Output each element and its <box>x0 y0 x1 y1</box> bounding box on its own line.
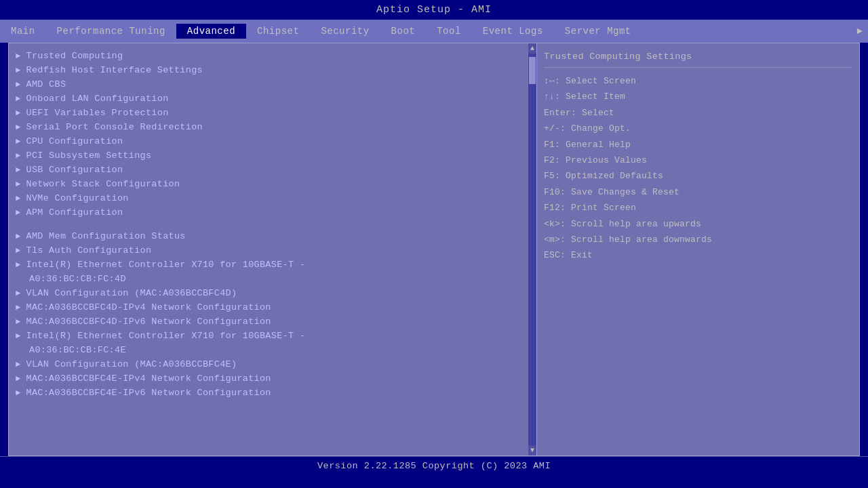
entry-arrow-icon: ► <box>16 317 21 327</box>
menu-item-security[interactable]: Security <box>310 24 380 39</box>
list-item[interactable]: ►Intel(R) Ethernet Controller X710 for 1… <box>9 329 528 343</box>
entry-label: Onboard LAN Configuration <box>26 94 169 104</box>
list-item[interactable]: ►VLAN Configuration (MAC:A036BCCBFC4E) <box>9 357 528 371</box>
list-item[interactable]: ►NVMe Configuration <box>9 191 528 205</box>
menu-more-arrow: ► <box>857 26 868 37</box>
entry-arrow-icon: ► <box>16 360 21 369</box>
list-item[interactable]: ►CPU Configuration <box>9 134 528 148</box>
menu-item-event-logs[interactable]: Event Logs <box>472 24 554 39</box>
menu-item-chipset[interactable]: Chipset <box>246 24 310 39</box>
help-entry: <k>: Scroll help area upwards <box>544 216 852 232</box>
right-divider <box>544 67 852 68</box>
list-item[interactable]: ►APM Configuration <box>9 205 528 220</box>
entry-arrow-icon: ► <box>16 52 21 61</box>
entry-label: Serial Port Console Redirection <box>26 122 203 132</box>
entry-arrow-icon: ► <box>16 151 21 161</box>
entry-arrow-icon: ► <box>16 303 21 312</box>
footer-text: Version 2.22.1285 Copyright (C) 2023 AMI <box>317 461 551 471</box>
entry-label: CPU Configuration <box>26 136 123 146</box>
help-entry: F5: Optimized Defaults <box>544 168 852 184</box>
entry-arrow-icon: ► <box>16 80 21 89</box>
help-entry: F10: Save Changes & Reset <box>544 184 852 200</box>
left-panel: ►Trusted Computing►Redfish Host Interfac… <box>8 43 537 456</box>
help-entry: <m>: Scroll help area downwards <box>544 232 852 247</box>
entry-label: NVMe Configuration <box>26 193 129 203</box>
list-item[interactable]: ►MAC:A036BCCBFC4D-IPv4 Network Configura… <box>9 300 528 314</box>
entry-arrow-icon: ► <box>16 260 21 270</box>
entry-arrow-icon: ► <box>16 232 21 241</box>
entry-label: VLAN Configuration (MAC:A036BCCBFC4D) <box>26 288 237 298</box>
menu-item-tool[interactable]: Tool <box>426 24 472 39</box>
entry-arrow-icon: ► <box>16 123 21 132</box>
list-item[interactable]: A0:36:BC:CB:FC:4D <box>9 272 528 286</box>
scroll-track <box>528 54 536 445</box>
scroll-down-arrow[interactable]: ▼ <box>529 445 536 455</box>
list-item[interactable]: ►USB Configuration <box>9 163 528 177</box>
entry-arrow-icon: ► <box>16 246 21 256</box>
entry-label: A0:36:BC:CB:FC:4E <box>29 345 126 355</box>
entry-label: Tls Auth Configuration <box>26 245 152 256</box>
entry-arrow-icon: ► <box>16 180 21 189</box>
list-item[interactable]: ►MAC:A036BCCBFC4E-IPv4 Network Configura… <box>9 371 528 386</box>
list-item[interactable]: ►PCI Subsystem Settings <box>9 148 528 163</box>
main-content: ►Trusted Computing►Redfish Host Interfac… <box>8 43 860 456</box>
list-item[interactable]: ►Network Stack Configuration <box>9 177 528 191</box>
entry-arrow-icon: ► <box>16 194 21 203</box>
scroll-thumb <box>529 57 536 84</box>
entry-label: MAC:A036BCCBFC4D-IPv6 Network Configurat… <box>26 317 271 327</box>
list-item[interactable]: ►Onboard LAN Configuration <box>9 92 528 106</box>
menu-item-main[interactable]: Main <box>0 24 46 39</box>
list-item[interactable]: A0:36:BC:CB:FC:4E <box>9 343 528 357</box>
app-title: Aptio Setup - AMI <box>376 4 492 16</box>
entry-arrow-icon: ► <box>16 66 21 75</box>
list-item[interactable]: ►Tls Auth Configuration <box>9 243 528 258</box>
entry-arrow-icon: ► <box>16 108 21 118</box>
entry-label: Trusted Computing <box>26 51 123 61</box>
help-entry: ↕↔: Select Screen <box>544 73 852 89</box>
help-entry: Enter: Select <box>544 105 852 121</box>
entry-arrow-icon: ► <box>16 331 21 341</box>
entry-arrow-icon: ► <box>16 208 21 218</box>
entry-label: A0:36:BC:CB:FC:4D <box>29 274 126 284</box>
list-item[interactable]: ►Trusted Computing <box>9 49 528 63</box>
entries-container: ►Trusted Computing►Redfish Host Interfac… <box>9 43 528 405</box>
scroll-up-arrow[interactable]: ▲ <box>529 43 536 54</box>
entry-label: APM Configuration <box>26 207 123 218</box>
entry-label: Intel(R) Ethernet Controller X710 for 10… <box>26 331 306 341</box>
right-panel-title: Trusted Computing Settings <box>544 52 852 62</box>
list-item[interactable]: ►AMD CBS <box>9 77 528 92</box>
title-bar: Aptio Setup - AMI <box>0 0 868 20</box>
menu-item-performance-tuning[interactable]: Performance Tuning <box>46 24 176 39</box>
entry-label: UEFI Variables Protection <box>26 108 169 118</box>
help-entry: F1: General Help <box>544 137 852 152</box>
list-item[interactable]: ►MAC:A036BCCBFC4E-IPv6 Network Configura… <box>9 386 528 400</box>
entry-arrow-icon: ► <box>16 94 21 104</box>
entry-label: AMD CBS <box>26 79 66 89</box>
entry-label: VLAN Configuration (MAC:A036BCCBFC4E) <box>26 359 237 369</box>
list-item[interactable]: ►VLAN Configuration (MAC:A036BCCBFC4D) <box>9 286 528 300</box>
list-item[interactable]: ►AMD Mem Configuration Status <box>9 229 528 243</box>
entry-arrow-icon: ► <box>16 165 21 175</box>
list-item[interactable]: ►UEFI Variables Protection <box>9 106 528 120</box>
menu-bar: MainPerformance TuningAdvancedChipsetSec… <box>0 20 868 43</box>
entry-arrow-icon: ► <box>16 137 21 146</box>
list-spacer <box>9 220 528 229</box>
menu-item-boot[interactable]: Boot <box>380 24 427 39</box>
entry-label: Intel(R) Ethernet Controller X710 for 10… <box>26 260 306 270</box>
entry-label: Network Stack Configuration <box>26 179 180 189</box>
list-item[interactable]: ►Redfish Host Interface Settings <box>9 63 528 77</box>
entry-label: MAC:A036BCCBFC4E-IPv4 Network Configurat… <box>26 373 271 384</box>
list-item[interactable]: ►Intel(R) Ethernet Controller X710 for 1… <box>9 258 528 272</box>
help-entry: +/-: Change Opt. <box>544 121 852 136</box>
list-item[interactable]: ►Serial Port Console Redirection <box>9 120 528 134</box>
menu-item-advanced[interactable]: Advanced <box>176 24 246 39</box>
help-entry: ESC: Exit <box>544 247 852 263</box>
right-panel: Trusted Computing Settings ↕↔: Select Sc… <box>537 43 860 456</box>
footer: Version 2.22.1285 Copyright (C) 2023 AMI <box>0 456 868 475</box>
entry-label: AMD Mem Configuration Status <box>26 231 186 241</box>
scrollbar[interactable]: ▲ ▼ <box>528 43 536 455</box>
entry-arrow-icon: ► <box>16 289 21 298</box>
entry-label: PCI Subsystem Settings <box>26 150 152 161</box>
menu-item-server-mgmt[interactable]: Server Mgmt <box>554 24 642 39</box>
list-item[interactable]: ►MAC:A036BCCBFC4D-IPv6 Network Configura… <box>9 314 528 329</box>
